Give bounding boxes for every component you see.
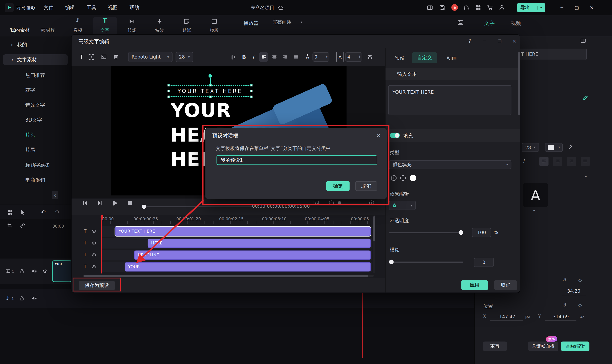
align-justify-button[interactable] (291, 52, 300, 62)
letter-spacing-stepper[interactable]: 0 ▴▾ (313, 52, 329, 62)
line-height-stepper[interactable]: 4 ▴▾ (345, 52, 362, 62)
panel-italic-button[interactable]: I (523, 158, 524, 164)
blur-slider-knob[interactable] (389, 260, 393, 264)
align-center-button[interactable] (270, 52, 279, 62)
rotate-value-field[interactable]: 34.20 (562, 287, 586, 295)
resize-handle[interactable] (209, 96, 212, 98)
dialog-playhead-cap[interactable] (100, 215, 103, 219)
resize-handle[interactable] (168, 90, 170, 92)
panel-align-justify-button[interactable] (581, 157, 590, 166)
align-left-button[interactable] (259, 52, 268, 62)
panel-layout-icon[interactable] (580, 38, 586, 44)
rotation-handle[interactable] (208, 74, 212, 78)
eyedropper-icon[interactable] (567, 144, 573, 150)
media-tab-templates[interactable]: 模板 (202, 17, 226, 35)
cloud-sync-icon[interactable] (278, 5, 283, 11)
selected-text-element[interactable]: YOUR TEXT HERE (169, 85, 251, 97)
stop-button[interactable] (127, 200, 133, 206)
eye-icon[interactable] (91, 264, 96, 269)
position-reset-icon[interactable]: ↺ (562, 302, 566, 308)
apply-button[interactable]: 应用 (461, 280, 488, 290)
line-height-icon[interactable]: A (336, 52, 344, 62)
resize-handle[interactable] (250, 84, 253, 86)
sidebar-item-fancy-text[interactable]: 花字 (25, 87, 35, 94)
compare-view-icon[interactable] (457, 20, 464, 26)
tab-library[interactable]: 素材库 (40, 27, 55, 34)
eye-icon[interactable] (42, 269, 48, 274)
stepper-down-icon[interactable]: ▾ (326, 57, 327, 58)
text-tool-button[interactable]: T (77, 52, 86, 62)
fill-type-select[interactable]: 颜色填充 ▾ (389, 160, 511, 169)
sidebar-group-my[interactable]: ▸ 我的 (3, 39, 68, 50)
quality-dropdown[interactable]: 完整画质 ▾ (273, 19, 302, 26)
panel-text-input[interactable]: T HERE (518, 49, 587, 60)
resize-handle[interactable] (168, 96, 170, 98)
window-close-button[interactable]: ✕ (587, 4, 596, 12)
sidebar-item-ecommerce[interactable]: 电商促销 (25, 177, 45, 184)
link-clips-icon[interactable] (20, 223, 25, 228)
text-content-textarea[interactable]: YOUR TEXT HERE (388, 85, 511, 115)
timeline-clip[interactable]: YOUR (125, 262, 371, 272)
position-keyframe-icon[interactable]: ◇ (578, 303, 582, 308)
eye-icon[interactable] (91, 252, 96, 258)
export-button[interactable]: 导出 ▾ (517, 3, 545, 12)
resize-handle[interactable] (168, 84, 170, 86)
ruler-ticks[interactable] (102, 221, 372, 224)
section-expand-chevron-icon[interactable]: ▾ (585, 174, 587, 179)
letter-spacing-icon[interactable]: Ā (303, 52, 312, 62)
italic-button[interactable]: I (250, 52, 257, 62)
sidebar-item-opener[interactable]: 片头 (25, 132, 35, 139)
text-style-layers-icon[interactable] (367, 54, 373, 60)
menu-edit[interactable]: 编辑 (65, 4, 75, 11)
right-panel-tab-text[interactable]: 文字 (484, 20, 495, 27)
transform-frame-icon[interactable] (88, 54, 94, 60)
sidebar-item-subtitle-bar[interactable]: 标题字幕条 (25, 162, 50, 169)
dialog-maximize-button[interactable]: ▢ (495, 36, 504, 46)
menu-tools[interactable]: 工具 (87, 4, 96, 11)
reset-button[interactable]: 重置 (483, 341, 507, 351)
tab-custom[interactable]: 自定义 (412, 52, 437, 63)
bold-button[interactable]: B (240, 52, 248, 62)
record-badge-icon[interactable] (451, 4, 458, 11)
dialog-playhead-line[interactable] (101, 215, 102, 273)
mute-speaker-icon[interactable] (31, 269, 37, 274)
font-size-select[interactable]: 28 ▾ (176, 52, 193, 62)
menu-view[interactable]: 视图 (108, 4, 118, 11)
tab-animation[interactable]: 动画 (444, 53, 459, 63)
next-frame-button[interactable] (97, 200, 103, 206)
window-maximize-button[interactable]: ▢ (573, 4, 581, 12)
sidebar-item-ending[interactable]: 片尾 (25, 146, 35, 153)
horizontal-scrollbar-thumb[interactable] (84, 275, 368, 277)
lock-icon[interactable] (19, 296, 25, 301)
dialog-close-button[interactable]: ✕ (510, 36, 519, 46)
seek-slider-knob[interactable] (142, 205, 146, 209)
add-color-icon[interactable] (391, 175, 397, 181)
sidebar-group-text-assets[interactable]: ▾ 文字素材 (3, 54, 68, 65)
eye-icon[interactable] (91, 229, 96, 234)
sidebar-item-3d-text[interactable]: 3D文字 (25, 117, 42, 124)
panel-align-right-button[interactable] (567, 157, 576, 166)
tab-preset[interactable]: 预设 (392, 53, 407, 63)
horizontal-scrollbar[interactable] (83, 275, 374, 277)
opacity-value-field[interactable]: 100 (472, 228, 491, 237)
panel-align-left-button[interactable] (539, 157, 548, 166)
vertical-scrollbar[interactable] (373, 215, 375, 273)
media-tab-text[interactable]: T 文字 (92, 17, 117, 35)
crop-icon[interactable] (7, 223, 13, 228)
align-right-button[interactable] (280, 52, 290, 62)
layout-panel-icon[interactable] (427, 5, 433, 11)
previous-frame-button[interactable] (82, 200, 88, 206)
media-tab-stickers[interactable]: 贴纸 (174, 17, 199, 35)
dialog-minimize-button[interactable]: ─ (480, 36, 489, 46)
dialog-cancel-button[interactable]: 取消 (494, 280, 517, 290)
sidebar-item-effect-text[interactable]: 特效文字 (25, 102, 45, 109)
opacity-slider-knob[interactable] (458, 230, 463, 235)
undo-icon[interactable]: ↶ (41, 209, 46, 216)
app-logo-icon[interactable] (5, 3, 14, 12)
support-headset-icon[interactable] (463, 5, 469, 11)
vertical-scrollbar-thumb[interactable] (373, 216, 375, 241)
effect-target-select[interactable]: A ▾ (389, 201, 416, 210)
panel-scrollbar-thumb[interactable] (518, 52, 520, 115)
dialog-help-button[interactable]: ? (466, 36, 474, 46)
blur-slider-track[interactable] (389, 262, 463, 263)
